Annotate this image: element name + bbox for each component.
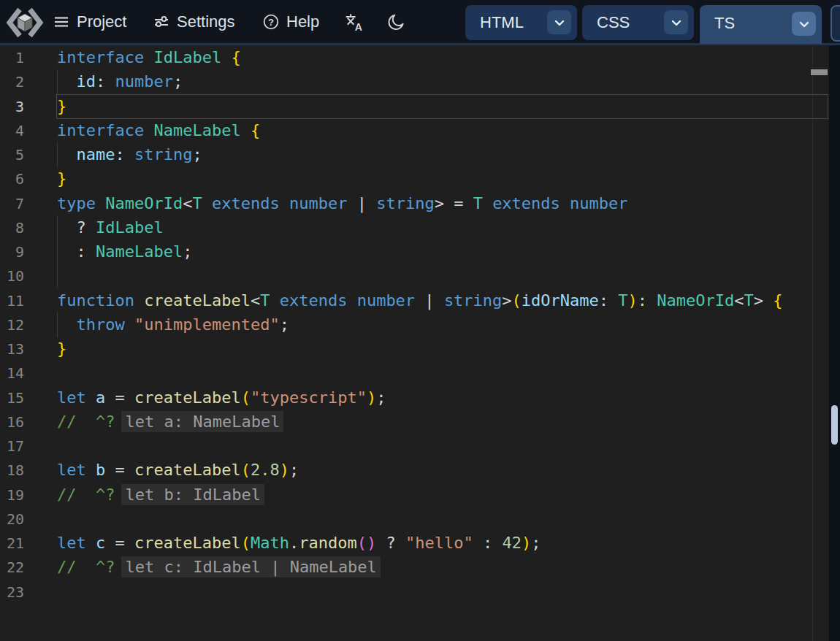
- code-text: ? IdLabel: [57, 215, 164, 240]
- code-text: type NameOrId<T extends number | string>…: [57, 191, 628, 216]
- code-line: 5 name: string;: [0, 142, 829, 167]
- line-number: 5: [0, 142, 24, 167]
- code-line: 14: [0, 361, 829, 385]
- tab-ts-dropdown-button[interactable]: [792, 12, 816, 36]
- code-text: let a = createLabel("typescript");: [57, 385, 386, 410]
- line-number: 16: [0, 410, 24, 434]
- toolbar: Project Settings ? Help: [0, 0, 840, 45]
- chevron-down-icon: [669, 15, 684, 30]
- partial-tab[interactable]: [831, 5, 840, 42]
- line-number: 2: [0, 69, 24, 94]
- line-number: 9: [0, 239, 24, 264]
- line-number: 21: [0, 531, 24, 556]
- settings-menu-label: Settings: [177, 12, 235, 31]
- code-cube-logo: [5, 6, 45, 39]
- code-text: function createLabel<T extends number | …: [57, 288, 783, 313]
- twoslash-query-result: let b: IdLabel: [121, 484, 264, 505]
- help-menu-label: Help: [286, 12, 319, 31]
- code-text: // ^?let c: IdLabel | NameLabel: [57, 555, 381, 580]
- code-text: throw "unimplemented";: [57, 312, 289, 337]
- line-number: 20: [0, 507, 24, 531]
- code-text: // ^?let b: IdLabel: [57, 483, 264, 507]
- code-line: 17: [0, 434, 829, 458]
- project-menu-label: Project: [77, 12, 126, 31]
- settings-menu-button[interactable]: Settings: [153, 0, 235, 43]
- code-editor[interactable]: 1interface IdLabel {2 id: number;3}4inte…: [0, 45, 840, 641]
- code-text: let b = createLabel(2.8);: [57, 458, 299, 483]
- svg-text:A: A: [355, 20, 362, 31]
- page-scrollbar: [829, 45, 840, 641]
- chevron-down-icon: [552, 15, 567, 30]
- code-line: 18let b = createLabel(2.8);: [0, 458, 829, 483]
- code-line: 23: [0, 580, 829, 604]
- code-text: interface IdLabel {: [57, 45, 241, 70]
- line-number: 17: [0, 434, 24, 458]
- translate-button[interactable]: A: [345, 0, 364, 43]
- tab-html[interactable]: HTML: [465, 5, 577, 40]
- code-text: let c = createLabel(Math.random() ? "hel…: [57, 531, 541, 556]
- page-scrollbar-thumb[interactable]: [831, 405, 838, 445]
- svg-text:?: ?: [268, 16, 274, 27]
- typescript-playground: { "header": { "logo_icon": "code-cube-lo…: [0, 0, 840, 641]
- code-line: 13}: [0, 337, 829, 361]
- tab-css-label: CSS: [597, 5, 630, 40]
- tab-ts-active[interactable]: TS: [700, 5, 822, 44]
- tab-css-dropdown-button[interactable]: [664, 10, 688, 34]
- twoslash-query-result: let a: NameLabel: [121, 411, 283, 432]
- sliders-icon: [153, 13, 170, 31]
- line-number: 3: [0, 94, 24, 119]
- code-line: 3}: [0, 94, 829, 119]
- theme-toggle-button[interactable]: [387, 0, 406, 43]
- code-line: 15let a = createLabel("typescript");: [0, 385, 829, 410]
- project-menu-button[interactable]: Project: [53, 0, 126, 43]
- line-number: 8: [0, 215, 24, 240]
- line-number: 19: [0, 483, 24, 507]
- code-text: }: [57, 94, 66, 119]
- code-text: // ^?let a: NameLabel: [57, 410, 283, 434]
- help-circle-icon: ?: [262, 13, 280, 31]
- line-number: 15: [0, 385, 24, 410]
- tab-html-dropdown-button[interactable]: [547, 10, 571, 34]
- hamburger-icon: [53, 13, 70, 31]
- code-text: id: number;: [57, 69, 183, 94]
- code-text: }: [57, 337, 66, 361]
- code-line: 12 throw "unimplemented";: [0, 312, 829, 337]
- line-number: 7: [0, 191, 24, 216]
- code-text: name: string;: [57, 142, 202, 167]
- indent-guide: [57, 264, 58, 288]
- help-menu-button[interactable]: ? Help: [262, 0, 319, 43]
- code-line: 20: [0, 507, 829, 531]
- code-line: 10: [0, 264, 829, 288]
- code-line: 16// ^?let a: NameLabel: [0, 410, 829, 434]
- code-line: 1interface IdLabel {: [0, 45, 829, 70]
- twoslash-query-result: let c: IdLabel | NameLabel: [121, 556, 380, 577]
- code-line: 21let c = createLabel(Math.random() ? "h…: [0, 531, 829, 556]
- line-number: 11: [0, 288, 24, 313]
- code-line: 4interface NameLabel {: [0, 118, 829, 143]
- translate-icon: A: [345, 12, 364, 31]
- line-number: 6: [0, 166, 24, 191]
- line-number: 12: [0, 312, 24, 337]
- tab-css[interactable]: CSS: [582, 5, 694, 40]
- code-text: interface NameLabel {: [57, 118, 260, 143]
- tab-html-label: HTML: [480, 5, 524, 40]
- line-number: 1: [0, 45, 24, 70]
- code-text: }: [57, 166, 66, 191]
- line-number: 10: [0, 264, 24, 288]
- line-number: 14: [0, 361, 24, 385]
- tab-ts-label: TS: [714, 5, 735, 42]
- line-number: 13: [0, 337, 24, 361]
- code-line: 22// ^?let c: IdLabel | NameLabel: [0, 555, 829, 580]
- moon-icon: [387, 12, 406, 31]
- code-text: : NameLabel;: [57, 239, 192, 264]
- code-line: 7type NameOrId<T extends number | string…: [0, 191, 829, 216]
- code-line: 11function createLabel<T extends number …: [0, 288, 829, 313]
- code-line: 19// ^?let b: IdLabel: [0, 483, 829, 507]
- chevron-down-icon: [797, 17, 812, 31]
- line-number: 22: [0, 555, 24, 580]
- code-line: 8 ? IdLabel: [0, 215, 829, 240]
- code-line: 2 id: number;: [0, 69, 829, 94]
- line-number: 4: [0, 118, 24, 143]
- line-number: 23: [0, 580, 24, 604]
- line-number: 18: [0, 458, 24, 483]
